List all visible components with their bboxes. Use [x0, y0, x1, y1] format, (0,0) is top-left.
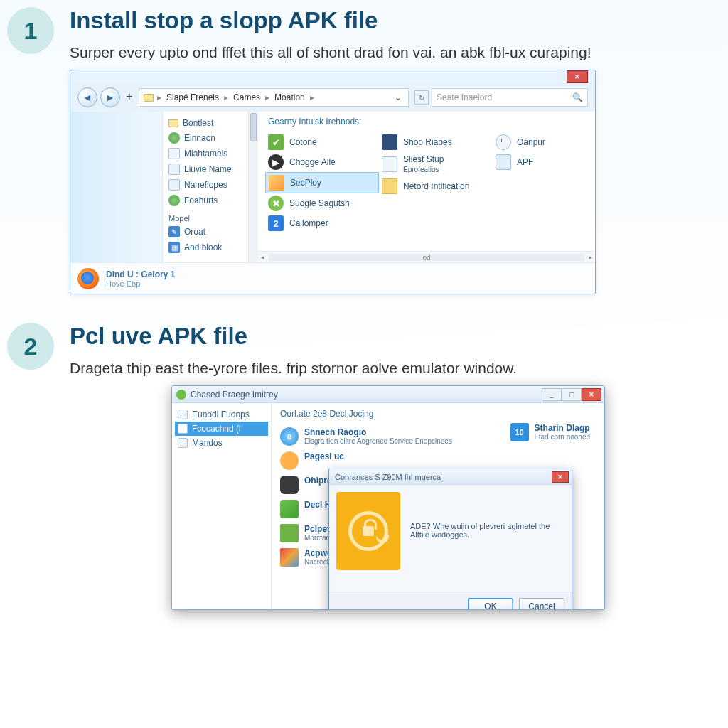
step-2-description: Drageta thip east the-yrore files. frip … — [70, 360, 707, 377]
step-number-badge: 1 — [7, 7, 54, 54]
sidebar-item[interactable]: Mandos — [175, 436, 268, 450]
vertical-scrollbar[interactable] — [248, 112, 258, 262]
step-number-badge: 2 — [7, 323, 54, 370]
nav-item[interactable]: ▦And blook — [167, 240, 244, 255]
nav-plus-button[interactable]: + — [123, 90, 136, 105]
colorful-app-icon — [280, 548, 299, 567]
step-1: 1 Install stop a slopp APK file Surper e… — [7, 7, 728, 294]
folder-item[interactable]: Sliest StupEprofeatios — [379, 152, 493, 176]
status-line-1: Dind U : Gelory 1 — [106, 269, 175, 279]
nav-item[interactable]: Liuvie Name — [167, 161, 244, 177]
nav-item[interactable]: Foahurts — [167, 193, 244, 208]
confirmation-dialog: Conrances S Z90M Ihl muerca ✕ — [328, 469, 572, 610]
explorer-content-pane: Gearrty Intulsk Irehnods: ✔Cotone ▶Chogg… — [258, 112, 595, 262]
folder-icon — [144, 94, 154, 102]
dialog-title: Conrances S Z90M Ihl muerca — [335, 473, 441, 481]
wrench-icon: ✖ — [268, 196, 284, 211]
folder-item[interactable]: APF — [493, 152, 578, 172]
horizontal-scrollbar[interactable]: ◂ od ▸ — [258, 251, 595, 262]
sidebar-item-selected[interactable]: Fcocachnd (l — [175, 422, 268, 436]
nav-item[interactable]: Bontlest — [167, 116, 244, 130]
breadcrumb-item[interactable]: Moation — [274, 92, 305, 102]
explorer-status-bar: Dind U : Gelory 1 Hove Ebp — [70, 262, 595, 294]
folder-item[interactable]: Netord Intlfication — [379, 176, 493, 196]
gear-icon — [280, 451, 299, 470]
folder-item-selected[interactable]: SecPloy — [265, 172, 379, 193]
panel-row[interactable]: 10 Stharin DlagpFtad corn nooned — [509, 420, 592, 444]
nav-back-button[interactable]: ◄ — [77, 87, 97, 107]
pen-icon: ✎ — [168, 226, 180, 237]
firefox-icon — [77, 268, 99, 289]
document-icon — [178, 438, 188, 448]
nav-item[interactable]: ✎Oroat — [167, 224, 244, 240]
window-minimize-button[interactable]: _ — [542, 388, 562, 401]
monitor-icon — [382, 134, 397, 150]
status-line-2: Hove Ebp — [106, 279, 175, 288]
user-icon — [168, 164, 180, 175]
address-dropdown[interactable]: ⌄ — [392, 92, 404, 102]
folder-item[interactable]: Shop Riapes — [379, 132, 493, 152]
play-icon: ▶ — [268, 154, 284, 170]
hscroll-label: od — [422, 254, 430, 262]
folder-icon — [382, 178, 397, 194]
nav-item[interactable]: Einnaon — [167, 130, 244, 146]
globe-icon — [168, 195, 180, 206]
search-placeholder: Seate Inaeiord — [437, 92, 492, 102]
section-heading: Gearrty Intulsk Irehnods: — [268, 117, 588, 127]
ie-icon: e — [280, 427, 299, 446]
breadcrumb-item[interactable]: Cames — [233, 92, 260, 102]
dialog-message: ADE? Whe wuiin ol plevreri aglmatel the … — [410, 492, 564, 539]
picture-icon — [496, 154, 511, 170]
check-icon: ✔ — [268, 134, 284, 150]
nav-forward-button[interactable]: ► — [100, 87, 120, 107]
folder-item[interactable]: ▶Chogge Alle — [265, 152, 379, 172]
panel-sidebar: Eunodl Fuonps Fcocachnd (l Mandos — [172, 403, 272, 609]
scrollbar-thumb[interactable] — [250, 113, 257, 141]
folder-item[interactable]: Oanpur — [493, 132, 578, 152]
control-panel-window: Chased Praege Imitrey _ ▢ ✕ Eunodl Fuonp… — [171, 385, 605, 610]
nav-group-label: Mopel — [168, 214, 244, 223]
scroll-left-arrow[interactable]: ◂ — [261, 253, 264, 261]
folder-item[interactable]: ✖Suogle Sagutsh — [265, 193, 379, 213]
nav-item[interactable]: Miahtamels — [167, 146, 244, 161]
calendar-icon: 10 — [510, 423, 529, 441]
green-app-icon — [280, 524, 299, 542]
step-2-title: Pcl uve APK file — [70, 323, 707, 350]
nav-item[interactable]: Nanefiopes — [167, 177, 244, 193]
step-1-title: Install stop a slopp APK file — [70, 7, 707, 34]
refresh-button[interactable]: ↻ — [414, 90, 429, 105]
cube-icon — [280, 500, 299, 518]
number-2-icon: 2 — [268, 215, 284, 231]
step-2: 2 Pcl uve APK file Drageta thip east the… — [7, 323, 728, 610]
document-icon — [382, 156, 397, 172]
search-icon: 🔍 — [572, 92, 583, 102]
address-bar[interactable]: ▸ Siapé Frenels ▸ Cames ▸ Moation ▸ ⌄ — [139, 88, 409, 107]
document-icon — [168, 148, 180, 159]
dialog-close-button[interactable]: ✕ — [552, 471, 569, 483]
panel-content: Oorl.ate 2e8 Decl Jocing eShnech RaogioE… — [272, 403, 604, 609]
document-icon — [178, 424, 188, 434]
globe-icon — [168, 132, 180, 144]
lock-icon — [348, 511, 388, 551]
scroll-right-arrow[interactable]: ▸ — [589, 253, 592, 261]
explorer-window: ✕ ◄ ► + ▸ Siapé Frenels ▸ Cames ▸ Moatio… — [70, 70, 596, 294]
window-close-button[interactable]: ✕ — [567, 70, 588, 83]
folder-item[interactable]: ✔Cotone — [265, 132, 379, 152]
user-icon — [168, 179, 180, 191]
folder-item[interactable]: 2Callomper — [265, 213, 379, 233]
window-close-button[interactable]: ✕ — [582, 388, 601, 401]
explorer-far-sidebar — [70, 112, 163, 262]
breadcrumb-item[interactable]: Siapé Frenels — [166, 92, 219, 102]
clock-icon — [496, 134, 511, 150]
window-title: Chased Praege Imitrey — [191, 390, 278, 400]
step-1-description: Surper every upto ond fffet this all of … — [70, 44, 707, 61]
explorer-nav-panel: Bontlest Einnaon Miahtamels Liuvie Name … — [163, 112, 248, 262]
block-icon: ▦ — [168, 242, 180, 253]
window-maximize-button[interactable]: ▢ — [562, 388, 582, 401]
search-input[interactable]: Seate Inaeiord 🔍 — [432, 88, 588, 107]
cancel-button[interactable]: Cancel — [519, 598, 564, 610]
sidebar-item[interactable]: Eunodl Fuonps — [175, 407, 268, 422]
folder-icon — [168, 119, 178, 127]
document-icon — [178, 410, 188, 419]
ok-button[interactable]: OK — [468, 598, 513, 610]
